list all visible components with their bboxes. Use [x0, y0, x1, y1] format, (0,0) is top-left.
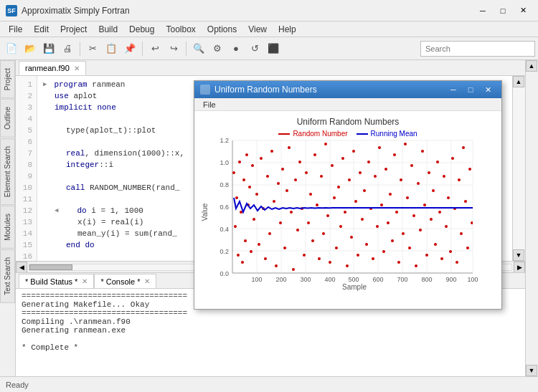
toolbar-open[interactable]: 📂 — [22, 40, 39, 57]
menu-options[interactable]: Options — [202, 23, 242, 36]
scroll-up-btn[interactable]: ▲ — [513, 76, 524, 87]
float-minimize-btn[interactable]: ─ — [445, 83, 461, 96]
menu-file[interactable]: File — [3, 23, 28, 36]
close-button[interactable]: ✕ — [514, 4, 532, 18]
editor-tab-bar: ranmean.f90 ✕ — [16, 60, 525, 76]
toolbar-cut[interactable]: ✂ — [84, 40, 101, 57]
menu-view[interactable]: View — [242, 23, 273, 36]
float-window-title: Uniform Random Numbers — [214, 85, 317, 95]
svg-point-88 — [335, 247, 338, 249]
toolbar-sep-3 — [186, 42, 187, 56]
search-input[interactable] — [420, 41, 535, 57]
toolbar-redo[interactable]: ↪ — [165, 40, 182, 57]
menu-debug[interactable]: Debug — [123, 23, 160, 36]
menu-toolbox[interactable]: Toolbox — [160, 23, 201, 36]
svg-text:0.6: 0.6 — [220, 204, 229, 211]
svg-point-91 — [341, 157, 344, 160]
minimize-button[interactable]: ─ — [473, 4, 492, 18]
toolbar-search[interactable]: 🔍 — [190, 40, 207, 57]
float-maximize-btn[interactable]: □ — [463, 83, 478, 96]
toolbar-paste[interactable]: 📌 — [121, 40, 138, 57]
svg-point-44 — [244, 239, 247, 242]
svg-text:100: 100 — [251, 276, 262, 283]
toolbar-gear[interactable]: ⚙ — [209, 40, 226, 57]
float-close-btn[interactable]: ✕ — [480, 83, 496, 96]
menu-project[interactable]: Project — [55, 23, 93, 36]
tab-element-search[interactable]: Element Search — [0, 138, 15, 205]
svg-point-124 — [412, 214, 415, 217]
svg-point-119 — [402, 232, 405, 235]
menu-edit[interactable]: Edit — [28, 23, 55, 36]
svg-point-78 — [313, 153, 316, 156]
toolbar-print[interactable]: 🖨 — [59, 40, 76, 57]
scroll-down-btn[interactable]: ▼ — [513, 249, 524, 261]
svg-point-107 — [376, 225, 379, 228]
chart-legend: Random Number Running Mean — [200, 130, 496, 138]
toolbar-save[interactable]: 💾 — [40, 40, 57, 57]
menu-bar: File Edit Project Build Debug Toolbox Op… — [0, 21, 538, 37]
toolbar-copy[interactable]: 📋 — [103, 40, 120, 57]
toolbar-undo[interactable]: ↩ — [146, 40, 164, 57]
build-status-tab-close[interactable]: ✕ — [82, 277, 88, 285]
build-line-complete: * Complete * — [22, 343, 519, 352]
svg-point-148 — [464, 200, 467, 203]
svg-point-65 — [285, 189, 288, 192]
svg-point-112 — [387, 221, 390, 224]
console-tab[interactable]: * Console * ✕ — [94, 274, 156, 288]
line-numbers: 12345 678910 1112131415 1617181920 21 — [16, 76, 37, 261]
toolbar-refresh[interactable]: ↺ — [246, 40, 263, 57]
svg-point-108 — [378, 146, 381, 149]
svg-point-43 — [242, 178, 245, 181]
console-tab-label: * Console * — [100, 277, 140, 286]
editor-tab-close[interactable]: ✕ — [74, 64, 80, 72]
float-controls: ─ □ ✕ — [445, 83, 496, 96]
toolbar-extra[interactable]: ⬛ — [265, 40, 282, 57]
scroll-track — [513, 87, 525, 249]
svg-text:200: 200 — [275, 276, 286, 283]
svg-text:0.8: 0.8 — [220, 181, 229, 188]
svg-point-52 — [258, 243, 260, 246]
svg-point-41 — [240, 211, 242, 214]
svg-point-83 — [324, 143, 327, 145]
right-scroll-down[interactable]: ▼ — [526, 365, 537, 376]
svg-point-64 — [283, 247, 286, 249]
build-line-compiling: Compiling .\ranmean.f90 — [22, 317, 519, 326]
scroll-left-btn[interactable]: ◀ — [16, 262, 27, 273]
scroll-thumb[interactable] — [29, 264, 72, 270]
svg-point-90 — [339, 225, 342, 228]
svg-point-139 — [445, 225, 448, 228]
vertical-scrollbar[interactable]: ▲ ▼ — [512, 76, 525, 261]
tab-outline[interactable]: Outline — [0, 99, 15, 138]
menu-build[interactable]: Build — [93, 23, 123, 36]
build-status-tab[interactable]: * Build Status * ✕ — [19, 274, 94, 288]
svg-point-146 — [460, 232, 463, 235]
svg-text:1.0: 1.0 — [220, 159, 229, 166]
toolbar-circle[interactable]: ● — [227, 40, 245, 57]
svg-point-76 — [309, 193, 312, 196]
svg-point-86 — [331, 164, 334, 167]
float-title-bar[interactable]: Uniform Random Numbers ─ □ ✕ — [194, 81, 501, 98]
right-panel: ▲ ▼ — [525, 60, 538, 376]
tab-project[interactable]: Project — [0, 60, 15, 98]
right-scroll-up[interactable]: ▲ — [526, 60, 537, 72]
svg-point-144 — [456, 261, 458, 264]
svg-point-111 — [384, 168, 387, 171]
tab-modules[interactable]: Modules — [0, 206, 15, 249]
console-tab-close[interactable]: ✕ — [144, 277, 150, 285]
svg-point-138 — [443, 175, 445, 178]
float-menu-file[interactable]: File — [199, 100, 220, 110]
menu-help[interactable]: Help — [273, 23, 302, 36]
tab-text-search[interactable]: Text Search — [0, 249, 15, 303]
toolbar-new[interactable]: 📄 — [3, 40, 20, 57]
float-window-icon — [200, 85, 210, 95]
svg-point-93 — [346, 264, 349, 267]
scroll-right-btn[interactable]: ▶ — [514, 262, 525, 273]
svg-point-150 — [468, 168, 471, 171]
svg-point-58 — [270, 150, 273, 153]
svg-point-131 — [428, 171, 430, 174]
editor-tab-ranmean[interactable]: ranmean.f90 ✕ — [19, 61, 86, 75]
svg-text:700: 700 — [397, 276, 407, 283]
svg-point-126 — [417, 182, 420, 185]
maximize-button[interactable]: □ — [494, 4, 512, 18]
svg-point-62 — [279, 221, 282, 224]
